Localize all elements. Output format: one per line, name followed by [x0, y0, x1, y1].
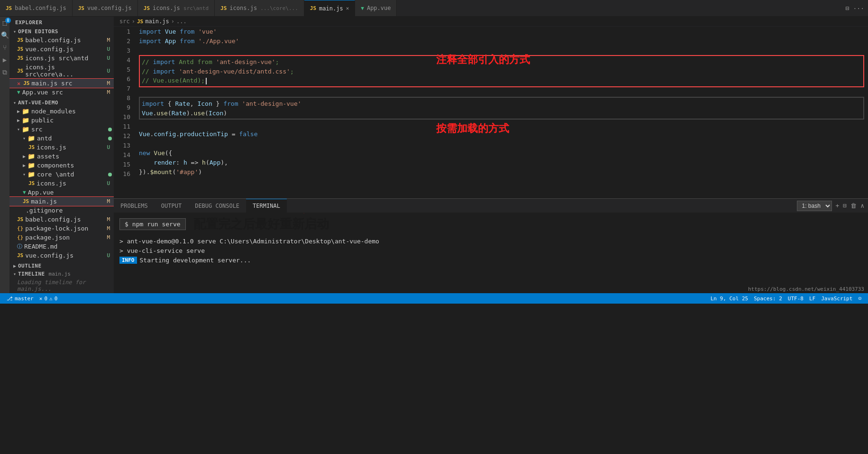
line-num-9: 9	[119, 102, 130, 112]
tab-close-icon[interactable]: ✕	[346, 5, 349, 11]
tree-antd[interactable]: ▾ 📁 antd	[9, 134, 114, 143]
keyword-from: from	[180, 37, 194, 45]
encoding-item[interactable]: UTF-8	[785, 296, 806, 302]
spaces-item[interactable]: Spaces: 2	[751, 296, 785, 302]
tree-main-js[interactable]: JS main.js M	[9, 197, 114, 206]
maximize-panel-icon[interactable]: ∧	[860, 202, 864, 209]
keyword: import	[139, 28, 161, 35]
git-icon[interactable]: ⑂	[0, 43, 9, 52]
tab-icons-core[interactable]: JS icons.js ...\core\...	[215, 0, 304, 16]
tab-bar: JS babel.config.js JS vue.config.js JS i…	[0, 0, 868, 17]
tree-components[interactable]: ▶ 📁 components	[9, 161, 114, 170]
js-icon: JS	[17, 46, 23, 52]
breadcrumb-extra: ...	[176, 18, 187, 25]
tree-core-antd[interactable]: ▾ 📁 core \antd	[9, 170, 114, 179]
space	[176, 37, 180, 45]
code-line-2: import App from './App.vue'	[139, 36, 864, 46]
open-editor-main-label: main.js src	[31, 80, 72, 87]
search-icon[interactable]: 🔍	[0, 31, 9, 39]
open-editor-app-vue[interactable]: ▼ App.vue src M	[9, 88, 114, 97]
tree-app-vue[interactable]: ▼ App.vue	[9, 188, 114, 197]
js-icon: JS	[137, 19, 143, 25]
tab-app-vue[interactable]: ▼ App.vue	[355, 0, 397, 16]
tab-output[interactable]: OUTPUT	[155, 199, 188, 213]
js-icon: JS	[6, 5, 12, 11]
line-num-4: 4	[119, 55, 130, 65]
project-label: ANT-VUE-DEMO	[18, 100, 58, 106]
timeline-section[interactable]: ▾ TIMELINE main.js	[9, 270, 114, 278]
close-icon[interactable]: ✕	[17, 80, 20, 87]
tree-package-json[interactable]: {} package.json M	[9, 233, 114, 242]
modified-dot	[108, 173, 112, 176]
line-ending-item[interactable]: LF	[806, 296, 818, 302]
code-line-4: // import Antd from 'ant-design-vue';	[142, 57, 861, 66]
open-editor-babel[interactable]: JS babel.config.js M	[9, 36, 114, 45]
error-count: 0	[44, 296, 47, 302]
tree-icons-core[interactable]: JS icons.js U	[9, 179, 114, 188]
spaces-text: Spaces: 2	[754, 296, 782, 302]
tab-problems[interactable]: PROBLEMS	[114, 199, 155, 213]
more-icon[interactable]: ···	[853, 5, 864, 12]
delete-terminal-icon[interactable]: 🗑	[850, 202, 857, 209]
tree-gitignore[interactable]: .gitignore	[9, 206, 114, 215]
open-editors-section[interactable]: ▾ OPEN EDITORS	[9, 28, 114, 36]
info-text: Starting development server...	[140, 257, 251, 264]
tab-terminal[interactable]: TERMINAL	[246, 199, 287, 213]
paren: (	[168, 110, 172, 117]
outline-section[interactable]: ▶ OUTLINE	[9, 262, 114, 270]
git-branch-item[interactable]: ⎇ master	[4, 296, 37, 302]
branch-name: master	[15, 296, 34, 302]
open-editor-icons-antd-label: icons.js src\antd	[25, 55, 88, 62]
folder-icon: 📁	[27, 153, 35, 160]
identifier: h	[183, 159, 187, 166]
tree-src[interactable]: ▾ 📁 src	[9, 125, 114, 134]
errors-item[interactable]: ✕ 0 ⚠ 0	[37, 296, 61, 302]
language-item[interactable]: JavaScript	[818, 296, 855, 302]
tree-public[interactable]: ▶ 📁 public	[9, 116, 114, 125]
js-icon: JS	[17, 252, 23, 259]
antd-label: antd	[37, 135, 52, 142]
add-terminal-icon[interactable]: +	[836, 202, 840, 209]
open-editor-icons-core[interactable]: JS icons.js src\core\a... U	[9, 63, 114, 79]
tree-vue-config[interactable]: JS vue.config.js U	[9, 251, 114, 260]
warning-count: 0	[55, 296, 58, 302]
tab-debug-console[interactable]: DEBUG CONSOLE	[188, 199, 246, 213]
tree-package-lock[interactable]: {} package-lock.json M	[9, 224, 114, 233]
tab-icons-antd[interactable]: JS icons.js src\antd	[138, 0, 215, 16]
panel-content: $ npm run serve 配置完之后最好重新启动 > ant-vue-de…	[114, 213, 868, 293]
explorer-icon[interactable]: ⬚	[0, 19, 9, 27]
tab-babel[interactable]: JS babel.config.js	[0, 0, 73, 16]
line-col-item[interactable]: Ln 9, Col 25	[708, 296, 751, 302]
activity-bar: ⬚ 🔍 ⑂ ▶ ⧉	[0, 17, 9, 293]
bash-selector[interactable]: 1: bash	[797, 201, 832, 211]
split-editor-icon[interactable]: ⊟	[846, 5, 850, 12]
tab-vue-config[interactable]: JS vue.config.js	[73, 0, 138, 16]
line-num-11: 11	[119, 121, 130, 131]
tree-icons-antd[interactable]: JS icons.js U	[9, 143, 114, 152]
brace: }).	[139, 168, 150, 176]
encoding-text: UTF-8	[788, 296, 804, 302]
tree-babel-config[interactable]: JS babel.config.js M	[9, 215, 114, 224]
paren: )	[198, 168, 202, 176]
split-terminal-icon[interactable]: ⊟	[843, 202, 847, 209]
tree-readme[interactable]: ⓘ README.md	[9, 242, 114, 251]
debug-icon[interactable]: ▶	[0, 56, 9, 64]
panel-tabs: PROBLEMS OUTPUT DEBUG CONSOLE TERMINAL 1…	[114, 199, 868, 213]
open-editor-icons-antd[interactable]: JS icons.js src\antd U	[9, 54, 114, 63]
space	[176, 28, 180, 35]
tree-node-modules[interactable]: ▶ 📁 node_modules	[9, 107, 114, 116]
open-editor-vue-config[interactable]: JS vue.config.js U	[9, 45, 114, 54]
tab-main[interactable]: JS main.js ✕	[304, 0, 355, 16]
breadcrumb-sep1: ›	[132, 18, 135, 25]
project-section[interactable]: ▾ ANT-VUE-DEMO	[9, 99, 114, 107]
space	[150, 149, 154, 157]
tree-assets[interactable]: ▶ 📁 assets	[9, 152, 114, 161]
js-icon: JS	[78, 5, 84, 11]
feedback-icon-item[interactable]: ☺	[855, 296, 864, 302]
chevron-right-icon: ▶	[17, 118, 20, 123]
open-editor-main[interactable]: ✕ JS main.js src M	[9, 79, 114, 88]
babel-config-label: babel.config.js	[25, 216, 81, 223]
panel-actions: 1: bash + ⊟ 🗑 ∧	[793, 199, 868, 213]
code-editor[interactable]: 1 2 3 4 5 6 7 8 9 10 11 12 13 14	[114, 27, 868, 198]
extensions-icon[interactable]: ⧉	[0, 68, 9, 76]
